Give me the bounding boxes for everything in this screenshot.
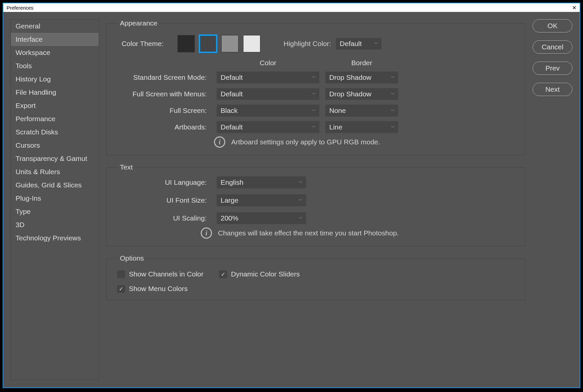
text-setting-dropdown[interactable]: English﹀ [217, 176, 306, 188]
chevron-down-icon: ﹀ [374, 41, 378, 47]
mode-border-dropdown[interactable]: Drop Shadow﹀ [325, 72, 398, 83]
chevron-down-icon: ﹀ [312, 91, 316, 97]
checkbox-icon [117, 285, 125, 293]
chevron-down-icon: ﹀ [299, 198, 303, 203]
info-icon: i [201, 227, 212, 239]
color-column-header: Color [217, 59, 319, 67]
sidebar: GeneralInterfaceWorkspaceToolsHistory Lo… [11, 19, 99, 380]
color-theme-label: Color Theme: [115, 40, 168, 48]
options-legend: Options [118, 254, 146, 262]
sidebar-item-technology-previews[interactable]: Technology Previews [11, 231, 99, 245]
sidebar-item-3d[interactable]: 3D [11, 218, 99, 231]
chevron-down-icon: ﹀ [391, 108, 395, 114]
text-setting-label: UI Font Size: [115, 196, 211, 204]
sidebar-item-performance[interactable]: Performance [11, 112, 99, 125]
highlight-color-label: Highlight Color: [284, 40, 331, 48]
mode-border-dropdown[interactable]: Drop Shadow﹀ [325, 88, 398, 100]
chevron-down-icon: ﹀ [299, 180, 303, 185]
sidebar-item-plug-ins[interactable]: Plug-Ins [11, 192, 99, 205]
close-icon[interactable]: ✕ [572, 5, 576, 11]
sidebar-item-export[interactable]: Export [11, 99, 99, 112]
sidebar-item-units-rulers[interactable]: Units & Rulers [11, 165, 99, 178]
mode-label: Artboards: [115, 123, 211, 131]
sidebar-item-interface[interactable]: Interface [11, 33, 99, 46]
border-column-header: Border [325, 59, 398, 67]
text-legend: Text [118, 163, 135, 171]
chevron-down-icon: ﹀ [312, 124, 316, 130]
sidebar-item-guides-grid-slices[interactable]: Guides, Grid & Slices [11, 178, 99, 192]
mode-border-dropdown[interactable]: None﹀ [325, 105, 398, 117]
text-setting-dropdown[interactable]: Large﹀ [217, 194, 306, 206]
sidebar-item-file-handling[interactable]: File Handling [11, 86, 99, 99]
color-theme-swatches [178, 35, 260, 52]
checkbox-icon [117, 270, 125, 278]
sidebar-item-transparency-gamut[interactable]: Transparency & Gamut [11, 152, 99, 165]
sidebar-item-cursors[interactable]: Cursors [11, 139, 99, 152]
text-settings-grid: UI Language:English﹀UI Font Size:Large﹀U… [115, 176, 517, 224]
appearance-legend: Appearance [118, 19, 159, 27]
mode-color-dropdown[interactable]: Default﹀ [217, 88, 319, 100]
content-area: GeneralInterfaceWorkspaceToolsHistory Lo… [3, 12, 580, 387]
next-button[interactable]: Next [533, 83, 572, 96]
color-theme-swatch[interactable] [221, 35, 238, 52]
mode-label: Full Screen with Menus: [115, 90, 211, 98]
options-group: Options Show Channels in Color Dynamic C… [106, 254, 525, 300]
mode-label: Full Screen: [115, 107, 211, 115]
sidebar-item-tools[interactable]: Tools [11, 59, 99, 73]
info-icon: i [214, 136, 225, 148]
main-panel: Appearance Color Theme: Highlight Color:… [106, 19, 525, 380]
ok-button[interactable]: OK [533, 19, 572, 32]
prev-button[interactable]: Prev [533, 62, 572, 75]
cancel-button[interactable]: Cancel [533, 40, 572, 54]
text-setting-label: UI Language: [115, 178, 211, 186]
text-group: Text UI Language:English﹀UI Font Size:La… [106, 163, 525, 246]
sidebar-item-type[interactable]: Type [11, 205, 99, 218]
mode-border-dropdown[interactable]: Line﹀ [325, 121, 398, 133]
preferences-window: Preferences ✕ GeneralInterfaceWorkspaceT… [3, 3, 580, 388]
text-info-text: Changes will take effect the next time y… [218, 229, 399, 237]
chevron-down-icon: ﹀ [312, 75, 316, 80]
chevron-down-icon: ﹀ [391, 75, 395, 80]
color-theme-swatch[interactable] [178, 35, 195, 52]
highlight-color-dropdown[interactable]: Default ﹀ [336, 38, 382, 50]
mode-color-dropdown[interactable]: Default﹀ [217, 72, 319, 83]
window-title: Preferences [7, 5, 33, 11]
chevron-down-icon: ﹀ [312, 108, 316, 114]
sidebar-item-general[interactable]: General [11, 20, 99, 33]
color-theme-swatch[interactable] [243, 35, 260, 52]
mode-label: Standard Screen Mode: [115, 74, 211, 81]
text-setting-label: UI Scaling: [115, 214, 211, 222]
mode-color-dropdown[interactable]: Default﹀ [217, 121, 319, 133]
sidebar-item-history-log[interactable]: History Log [11, 73, 99, 86]
checkbox-dynamic-sliders[interactable]: Dynamic Color Sliders [219, 270, 300, 278]
text-setting-dropdown[interactable]: 200%﹀ [217, 212, 306, 224]
chevron-down-icon: ﹀ [391, 124, 395, 130]
mode-color-dropdown[interactable]: Black﹀ [217, 105, 319, 117]
titlebar: Preferences ✕ [3, 3, 580, 12]
appearance-info-text: Artboard settings only apply to GPU RGB … [231, 138, 380, 146]
sidebar-item-scratch-disks[interactable]: Scratch Disks [11, 125, 99, 139]
sidebar-item-workspace[interactable]: Workspace [11, 46, 99, 59]
color-theme-swatch[interactable] [199, 35, 217, 52]
action-buttons: OK Cancel Prev Next [533, 19, 572, 380]
screen-mode-grid: Color Border Standard Screen Mode:Defaul… [115, 59, 517, 133]
chevron-down-icon: ﹀ [299, 216, 303, 221]
checkbox-icon [219, 270, 227, 278]
appearance-group: Appearance Color Theme: Highlight Color:… [106, 19, 525, 155]
checkbox-show-channels[interactable]: Show Channels in Color [117, 270, 203, 278]
checkbox-show-menu-colors[interactable]: Show Menu Colors [117, 285, 187, 293]
chevron-down-icon: ﹀ [391, 91, 395, 97]
